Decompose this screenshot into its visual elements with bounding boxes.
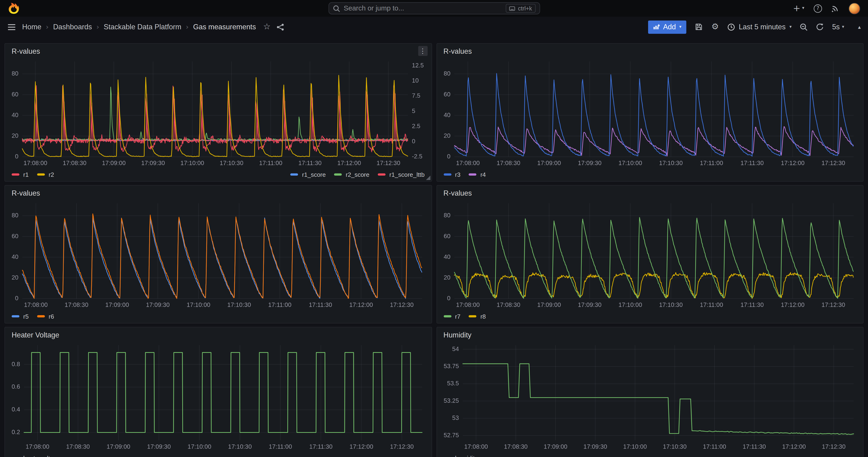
legend-label: r3 (455, 171, 461, 178)
chart-canvas (9, 58, 427, 168)
legend-swatch (11, 174, 19, 176)
panel-chart-area[interactable] (437, 200, 863, 310)
panel-header[interactable]: Humidity ⋮ (437, 328, 863, 342)
legend-label: r7 (455, 313, 461, 320)
share-button[interactable] (277, 23, 284, 31)
panel-header[interactable]: R-values ⋮ (5, 186, 431, 200)
add-button-label: Add (663, 23, 676, 31)
news-button[interactable] (832, 4, 839, 12)
toolbar-right-actions: Add ▾ ⚙ Last 5 minutes ▾ (648, 20, 861, 33)
legend-item[interactable]: r2 (37, 171, 54, 178)
legend-item[interactable]: heatervoltage (11, 455, 60, 457)
panel-header[interactable]: R-values ⋮ (437, 186, 863, 200)
favorite-star-button[interactable]: ☆ (263, 23, 271, 31)
keyboard-shortcut-badge: ctrl+k (506, 4, 535, 13)
legend-label: r5 (23, 313, 29, 320)
legend-group-left: heatervoltage (11, 455, 60, 457)
grafana-app: Search or jump to... ctrl+k + ▾ ? (0, 0, 868, 457)
grafana-logo[interactable] (8, 2, 20, 14)
legend-item[interactable]: r4 (469, 171, 486, 178)
legend-label: r1_score_lttb (390, 171, 425, 178)
breadcrumb-item[interactable]: Dashboards (53, 23, 92, 31)
panel-header[interactable]: Heater Voltage ⋮ (5, 328, 431, 342)
new-menu-button[interactable]: + ▾ (793, 4, 804, 13)
panel-header[interactable]: R-values ⋮ (5, 44, 431, 58)
panel-resize-handle[interactable] (426, 176, 430, 180)
save-dashboard-button[interactable] (695, 23, 703, 31)
legend-item[interactable]: humidity (443, 455, 478, 457)
dashboard-toolbar: Home›Dashboards›Stackable Data Platform›… (0, 17, 868, 37)
legend-item[interactable]: r6 (37, 313, 54, 320)
panel-title[interactable]: R-values (11, 189, 40, 197)
panel-title[interactable]: R-values (443, 189, 472, 197)
help-button[interactable]: ? (814, 4, 822, 12)
panel: R-values ⋮ r1r2 r1_scorer2_scorer1_score… (4, 43, 432, 182)
legend-label: r2_score (346, 171, 369, 178)
panel: Humidity ⋮ humidity (436, 327, 864, 457)
legend-item[interactable]: r1 (11, 171, 29, 178)
panel-chart-area[interactable] (5, 342, 431, 452)
panel-header[interactable]: R-values ⋮ (437, 44, 863, 58)
time-range-label: Last 5 minutes (739, 23, 785, 31)
legend-item[interactable]: r1_score (290, 171, 326, 178)
chart-canvas (441, 58, 859, 168)
menu-toggle-button[interactable] (7, 22, 16, 31)
chevron-down-icon: ▾ (842, 25, 844, 29)
question-icon: ? (816, 6, 819, 11)
legend-item[interactable]: r7 (443, 313, 461, 320)
legend-item[interactable]: r3 (443, 171, 461, 178)
panel-title[interactable]: Humidity (443, 331, 472, 339)
panel-legend: r7r8 (437, 309, 863, 323)
legend-item[interactable]: r5 (11, 313, 29, 320)
legend-group-right: r1_scorer2_scorer1_score_lttb (290, 171, 425, 178)
legend-swatch (469, 315, 476, 317)
topnav-right-actions: + ▾ ? (793, 3, 860, 14)
legend-swatch (443, 315, 451, 317)
legend-label: r6 (49, 313, 54, 320)
legend-item[interactable]: r8 (469, 313, 486, 320)
zoom-out-icon (800, 23, 808, 31)
legend-group-left: humidity (443, 455, 478, 457)
panel-title[interactable]: R-values (11, 47, 40, 55)
refresh-interval-picker[interactable]: 5s ▾ (832, 23, 844, 31)
panel-chart-area[interactable] (437, 58, 863, 168)
panel-menu-button[interactable]: ⋮ (418, 46, 428, 56)
panel-title[interactable]: R-values (443, 47, 472, 55)
search-placeholder: Search or jump to... (344, 4, 502, 12)
panel-title[interactable]: Heater Voltage (11, 331, 59, 339)
rss-icon (832, 4, 839, 12)
panel-legend: r1r2 r1_scorer2_scorer1_score_lttb (5, 168, 431, 181)
panel-chart-area[interactable] (5, 58, 431, 168)
breadcrumb-separator: › (96, 23, 99, 30)
shortcut-label: ctrl+k (518, 5, 532, 12)
chevron-down-icon: ▾ (789, 25, 792, 29)
breadcrumb-item[interactable]: Stackable Data Platform (104, 23, 181, 31)
legend-swatch (37, 315, 44, 317)
chevron-down-icon: ▾ (679, 25, 682, 29)
panel-legend: humidity (437, 451, 863, 457)
breadcrumb-separator: › (186, 23, 188, 30)
breadcrumb-item[interactable]: Gas measurements (193, 23, 256, 31)
time-range-picker[interactable]: Last 5 minutes ▾ (727, 23, 792, 31)
legend-swatch (334, 174, 342, 176)
panel-chart-area[interactable] (437, 342, 863, 452)
legend-item[interactable]: r2_score (334, 171, 369, 178)
legend-label: r1_score (302, 171, 326, 178)
legend-item[interactable]: r1_score_lttb (378, 171, 425, 178)
user-avatar[interactable] (849, 3, 860, 14)
panel-legend: heatervoltage (5, 451, 431, 457)
breadcrumb-item[interactable]: Home (22, 23, 41, 31)
collapse-toolbar-button[interactable]: ▴ (858, 24, 861, 30)
panel-legend: r5r6 (5, 309, 431, 323)
zoom-out-button[interactable] (800, 23, 808, 31)
legend-group-left: r1r2 (11, 171, 54, 178)
panel-chart-area[interactable] (5, 200, 431, 310)
search-input[interactable]: Search or jump to... ctrl+k (328, 2, 540, 14)
hamburger-icon (7, 22, 16, 31)
add-button[interactable]: Add ▾ (648, 20, 686, 33)
legend-label: humidity (455, 455, 478, 457)
legend-group-left: r7r8 (443, 313, 486, 320)
legend-label: r2 (49, 171, 54, 178)
refresh-button[interactable] (816, 23, 824, 31)
dashboard-settings-button[interactable]: ⚙ (711, 23, 719, 31)
